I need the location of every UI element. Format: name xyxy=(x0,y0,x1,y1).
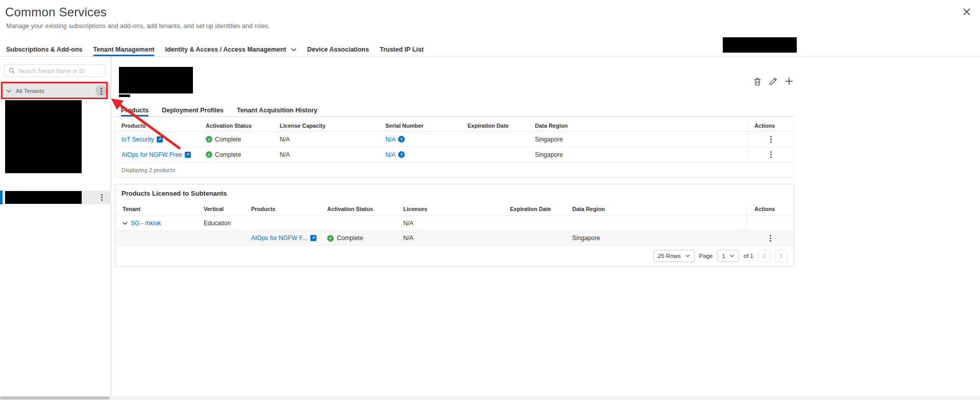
tab-deployment-profiles[interactable]: Deployment Profiles xyxy=(162,104,224,116)
products-table-footer: Displaying 2 products xyxy=(115,162,794,178)
column-header: Data Region xyxy=(529,120,748,131)
license-capacity: N/A xyxy=(280,136,290,143)
tab-tenant-acquisition-history[interactable]: Tenant Acquisition History xyxy=(237,104,317,116)
redacted-tenant-subtext xyxy=(119,95,130,97)
column-header: Expiration Date xyxy=(503,202,565,216)
page-subtitle: Manage your existing subscriptions and a… xyxy=(6,22,270,30)
column-header: Data Region xyxy=(565,202,747,216)
tab-subscriptions-addons[interactable]: Subscriptions & Add-ons xyxy=(6,43,83,56)
check-circle-icon: ✓ xyxy=(327,235,334,242)
column-header: Activation Status xyxy=(320,202,396,216)
search-icon xyxy=(9,67,15,74)
subtenants-title: Products Licensed to Subtenants xyxy=(115,184,794,202)
data-region xyxy=(565,216,747,230)
serial-number: N/A xyxy=(385,151,396,158)
external-link-icon[interactable]: ↗ xyxy=(310,235,316,241)
subtenant-link[interactable]: SG - mkiok xyxy=(131,220,161,227)
column-header: Serial Number xyxy=(379,120,461,131)
product-link[interactable]: AIOps for NGFW F... xyxy=(251,234,307,242)
check-circle-icon: ✓ xyxy=(206,151,212,158)
page-value: 1 xyxy=(722,253,725,259)
tab-tenant-management[interactable]: Tenant Management xyxy=(93,43,155,56)
table-row: IoT Security ↗ ✓ Complete N/A N/A ? Sing… xyxy=(115,132,794,147)
tab-label: Identity & Access / Access Management xyxy=(165,46,286,53)
license-capacity: N/A xyxy=(280,151,290,158)
chevron-down-icon xyxy=(730,254,734,257)
all-tenants-kebab-button[interactable] xyxy=(95,85,107,97)
tab-label: Subscriptions & Add-ons xyxy=(6,46,83,53)
licenses: N/A xyxy=(403,220,413,227)
expand-chevron-icon[interactable] xyxy=(122,222,128,225)
previous-page-button[interactable] xyxy=(758,250,770,262)
tab-device-associations[interactable]: Device Associations xyxy=(307,43,369,56)
info-icon[interactable]: ? xyxy=(398,151,405,158)
column-header: Products xyxy=(244,202,320,216)
product-link[interactable]: AIOps for NGFW Free xyxy=(121,151,182,158)
serial-number: N/A xyxy=(385,136,396,143)
tenant-kebab-button[interactable] xyxy=(101,194,103,201)
tab-products[interactable]: Products xyxy=(121,104,149,116)
external-link-icon[interactable]: ↗ xyxy=(185,152,191,158)
row-actions-kebab[interactable] xyxy=(770,136,772,143)
search-input[interactable] xyxy=(18,68,101,74)
chevron-down-icon[interactable] xyxy=(6,89,11,92)
column-header-actions: Actions xyxy=(747,202,794,216)
column-header-label: Actions xyxy=(754,206,775,212)
tab-label: Deployment Profiles xyxy=(162,107,224,114)
info-icon[interactable]: ? xyxy=(398,136,405,143)
column-header: Expiration Date xyxy=(461,120,529,131)
page-title: Common Services xyxy=(5,5,107,19)
edit-tenant-button[interactable] xyxy=(768,76,778,86)
data-region: Singapore xyxy=(572,234,600,242)
column-header-actions: Actions xyxy=(748,120,794,131)
row-actions-kebab[interactable] xyxy=(770,235,771,242)
products-cell xyxy=(244,216,320,230)
column-header: License Capacity xyxy=(274,120,379,131)
chevron-left-icon xyxy=(763,253,766,259)
chevron-down-icon xyxy=(291,48,297,52)
product-link[interactable]: IoT Security xyxy=(121,136,154,143)
rows-per-page-select[interactable]: 25 Rows xyxy=(653,250,695,262)
table-row: AIOps for NGFW F... ↗ ✓ Complete N/A Sin… xyxy=(115,231,794,246)
delete-tenant-button[interactable] xyxy=(752,76,763,86)
activation-status: Complete xyxy=(215,136,241,143)
add-tenant-button[interactable] xyxy=(784,76,794,86)
horizontal-scrollbar-thumb[interactable] xyxy=(0,396,110,399)
licenses: N/A xyxy=(403,234,413,242)
column-header-label: Actions xyxy=(754,123,775,129)
column-header: Products xyxy=(115,120,200,131)
horizontal-scrollbar-track xyxy=(0,396,980,400)
column-header: Activation Status xyxy=(200,120,274,131)
close-icon[interactable] xyxy=(962,7,971,16)
main-content: Products Deployment Profiles Tenant Acqu… xyxy=(111,57,980,400)
column-header: Licenses xyxy=(396,202,503,216)
redacted-account-selector xyxy=(723,37,797,53)
sidebar-item-selected-tenant[interactable] xyxy=(0,191,111,204)
next-page-button[interactable] xyxy=(775,250,787,262)
pagination-bar: 25 Rows Page 1 of 1 xyxy=(115,246,794,266)
sidebar-item-all-tenants[interactable]: All Tenants xyxy=(0,83,111,99)
tab-trusted-ip-list[interactable]: Trusted IP List xyxy=(380,43,424,56)
tenant-cell xyxy=(115,231,197,245)
tab-label: Tenant Management xyxy=(93,46,155,53)
tab-label: Trusted IP List xyxy=(380,46,424,53)
redacted-tenant-name xyxy=(5,191,82,204)
chevron-right-icon xyxy=(779,253,783,259)
pencil-icon xyxy=(769,77,777,85)
chevron-down-icon xyxy=(685,254,690,257)
plus-icon xyxy=(785,77,793,85)
tab-label: Device Associations xyxy=(307,46,369,53)
kebab-menu-icon xyxy=(101,88,102,95)
column-header: Tenant xyxy=(115,202,197,216)
tab-label: Tenant Acquisition History xyxy=(237,107,317,114)
products-table-header: Products Activation Status License Capac… xyxy=(115,120,794,132)
row-actions-kebab[interactable] xyxy=(770,151,772,158)
external-link-icon[interactable]: ↗ xyxy=(157,136,163,143)
redacted-tenant-list[interactable] xyxy=(5,100,82,173)
expiration-date xyxy=(503,231,565,245)
vertical: Education xyxy=(204,220,231,227)
activation-status: Complete xyxy=(337,234,363,242)
tab-identity-access[interactable]: Identity & Access / Access Management xyxy=(165,43,296,56)
row-count-text: Displaying 2 products xyxy=(121,167,175,173)
page-select[interactable]: 1 xyxy=(717,250,739,262)
